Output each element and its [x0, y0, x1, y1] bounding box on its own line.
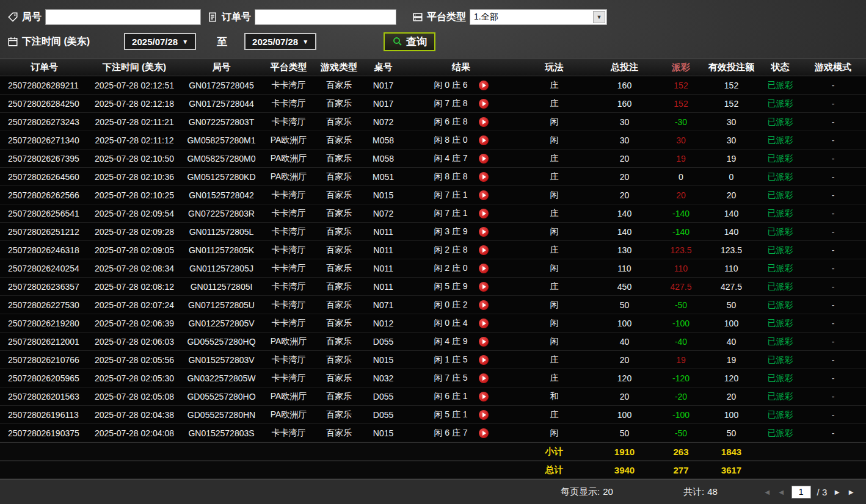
cell-total-bet: 20 [589, 387, 660, 405]
play-icon[interactable] [479, 117, 489, 127]
platform-select[interactable]: 1.全部 ▼ [470, 9, 607, 25]
cell-game-type: 百家乐 [315, 369, 363, 387]
cell-total-bet: 100 [589, 406, 660, 423]
cell-game-mode: - [800, 223, 866, 240]
cell-play-type: 闲 [519, 333, 589, 350]
date-from-button[interactable]: 2025/07/28 ▼ [124, 33, 196, 50]
cell-table-number: D055 [363, 387, 403, 405]
play-icon[interactable] [479, 428, 489, 438]
cell-order-number: 250728026289211 [0, 76, 89, 94]
table-row: 250728026262566 2025-07-28 02:10:25 GN01… [0, 186, 866, 204]
play-icon[interactable] [479, 319, 489, 328]
order-input[interactable] [255, 9, 396, 25]
cell-game-type: 百家乐 [315, 406, 363, 423]
cell-play-type: 庄 [519, 168, 589, 185]
cell-valid-bet: 100 [702, 314, 760, 332]
play-icon[interactable] [479, 190, 489, 200]
play-icon[interactable] [479, 227, 489, 237]
next-page-button[interactable]: ► [833, 488, 841, 496]
cell-result: 闲 4 庄 7 [403, 149, 519, 167]
chevron-down-icon: ▼ [593, 11, 605, 23]
cell-game-mode: - [800, 296, 866, 314]
cell-result: 闲 5 庄 1 [403, 406, 519, 423]
date-to-button[interactable]: 2025/07/28 ▼ [244, 33, 316, 50]
cell-round-number: GN01725728044 [180, 95, 263, 112]
col-header-game-type: 游戏类型 [315, 59, 363, 76]
play-icon[interactable] [479, 355, 489, 365]
cell-order-number: 250728026240254 [0, 259, 89, 277]
play-icon[interactable] [479, 264, 489, 273]
play-icon[interactable] [479, 99, 489, 109]
cell-round-number: GN0112572805K [180, 241, 263, 259]
cell-valid-bet: 19 [702, 351, 760, 369]
cell-round-number: GN01525728042 [180, 186, 263, 204]
cell-order-number: 250728026227530 [0, 296, 89, 314]
play-icon[interactable] [479, 300, 489, 310]
play-icon[interactable] [479, 81, 489, 90]
page-number-input[interactable] [791, 486, 811, 499]
cell-table-number: M051 [363, 168, 403, 185]
cell-total-bet: 20 [589, 168, 660, 185]
play-icon[interactable] [479, 373, 489, 383]
cell-table-number: N015 [363, 186, 403, 204]
grand-total-total-bet: 3940 [589, 461, 660, 478]
result-text: 闲 0 庄 6 [434, 80, 467, 91]
cell-play-type: 闲 [519, 296, 589, 314]
cell-round-number: GM058257280M1 [180, 131, 263, 149]
per-page-label: 每页显示: [561, 486, 600, 498]
cell-payout: -20 [660, 387, 702, 405]
cell-game-type: 百家乐 [315, 296, 363, 314]
first-page-button[interactable]: ◄ [763, 488, 771, 496]
filter-row-top: 局号 订单号 平台类型 1.全部 ▼ [7, 5, 859, 29]
play-icon[interactable] [479, 135, 489, 145]
cell-game-type: 百家乐 [315, 259, 363, 277]
cell-result: 闲 4 庄 9 [403, 333, 519, 350]
cell-round-number: GM051257280KD [180, 168, 263, 185]
cell-order-number: 250728026273243 [0, 113, 89, 131]
result-text: 闲 1 庄 5 [434, 355, 467, 365]
cell-round-number: GN0112572805I [180, 278, 263, 295]
query-button-label: 查询 [406, 35, 427, 49]
cell-round-number: GD055257280HO [180, 387, 263, 405]
cell-bet-time: 2025-07-28 02:11:12 [89, 131, 180, 149]
result-text: 闲 7 庄 8 [434, 98, 467, 109]
date-to-value: 2025/07/28 [252, 37, 298, 47]
col-header-round-number: 局号 [180, 59, 263, 76]
cell-play-type: 闲 [519, 131, 589, 149]
play-icon[interactable] [479, 282, 489, 292]
round-label: 局号 [22, 11, 42, 24]
query-button[interactable]: 查询 [384, 32, 435, 51]
search-icon [392, 36, 403, 47]
cell-total-bet: 160 [589, 76, 660, 94]
cell-play-type: 庄 [519, 406, 589, 423]
play-icon[interactable] [479, 392, 489, 401]
cell-valid-bet: 30 [702, 131, 760, 149]
play-icon[interactable] [479, 154, 489, 164]
cell-table-number: N032 [363, 369, 403, 387]
cell-valid-bet: 40 [702, 333, 760, 350]
play-icon[interactable] [479, 172, 489, 182]
result-text: 闲 3 庄 9 [434, 226, 467, 237]
play-icon[interactable] [479, 245, 489, 255]
col-header-order-number: 订单号 [0, 59, 89, 76]
cell-table-number: N012 [363, 314, 403, 332]
cell-platform: PA欧洲厅 [263, 387, 315, 405]
cell-status: 已派彩 [760, 76, 800, 94]
cell-round-number: GN0152572803S [180, 424, 263, 442]
cell-game-mode: - [800, 406, 866, 423]
result-text: 闲 8 庄 8 [434, 171, 467, 182]
cell-platform: PA欧洲厅 [263, 131, 315, 149]
cell-bet-time: 2025-07-28 02:12:51 [89, 76, 180, 94]
cell-status: 已派彩 [760, 186, 800, 204]
last-page-button[interactable]: ► [847, 488, 855, 496]
cell-status: 已派彩 [760, 296, 800, 314]
prev-page-button[interactable]: ◄ [777, 488, 785, 496]
table-row: 250728026205965 2025-07-28 02:05:30 GN03… [0, 369, 866, 387]
cell-result: 闲 8 庄 8 [403, 168, 519, 185]
cell-game-mode: - [800, 204, 866, 222]
play-icon[interactable] [479, 337, 489, 347]
round-input[interactable] [45, 9, 201, 25]
cell-play-type: 庄 [519, 204, 589, 222]
play-icon[interactable] [479, 410, 489, 420]
play-icon[interactable] [479, 209, 489, 218]
